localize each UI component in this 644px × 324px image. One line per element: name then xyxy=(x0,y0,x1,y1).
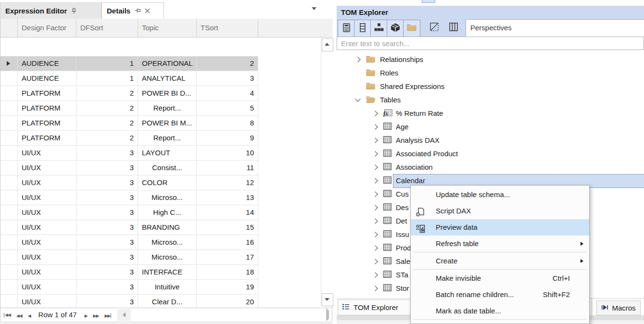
cell-topic[interactable]: Microso... xyxy=(138,190,197,205)
table-row[interactable]: PLATFORM2POWER BI M...8 xyxy=(0,116,321,131)
cell-filler[interactable] xyxy=(258,190,321,205)
cell-topic[interactable]: ANALYTICAL xyxy=(138,71,197,86)
close-icon[interactable] xyxy=(145,7,150,15)
tree-item-shared-expressions[interactable]: Shared Expressions xyxy=(337,80,644,93)
macros-button[interactable]: Macros xyxy=(596,300,641,315)
cell-design-factor[interactable]: PLATFORM xyxy=(18,116,76,131)
chevron-right-icon[interactable] xyxy=(372,272,378,277)
tree-item-tables[interactable]: Tables xyxy=(337,93,644,107)
cell-dfsort[interactable]: 1 xyxy=(76,56,138,71)
cell-filler[interactable] xyxy=(258,205,321,220)
row-selector[interactable] xyxy=(0,71,18,86)
table-row[interactable]: UI/UX3Microso...16 xyxy=(0,235,321,250)
cell-dfsort[interactable]: 3 xyxy=(76,280,138,295)
table-row[interactable]: UI/UX3LAYOUT10 xyxy=(0,146,321,161)
show-hierarchies-toggle[interactable] xyxy=(370,20,388,37)
cell-tsort[interactable]: 10 xyxy=(197,146,258,161)
menu-item-create[interactable]: Create xyxy=(411,253,589,269)
cell-tsort[interactable]: 19 xyxy=(197,280,258,295)
cell-design-factor[interactable]: UI/UX xyxy=(18,205,76,220)
column-layout-toggle[interactable] xyxy=(445,20,462,36)
chevron-right-icon[interactable] xyxy=(372,191,378,197)
table-row[interactable]: PLATFORM2POWER BI D...4 xyxy=(0,86,321,101)
cell-topic[interactable]: POWER BI D... xyxy=(138,86,197,101)
menu-item-preview-data[interactable]: Preview data xyxy=(411,219,589,236)
show-hidden-toggle[interactable] xyxy=(426,20,442,36)
cell-topic[interactable]: POWER BI M... xyxy=(138,116,197,131)
cell-topic[interactable]: Intuitive xyxy=(138,280,197,295)
table-row[interactable]: PLATFORM2Report...9 xyxy=(0,131,321,146)
cell-tsort[interactable]: 9 xyxy=(197,131,258,146)
nav-next-button[interactable]: ▶ xyxy=(85,313,88,318)
table-row[interactable]: UI/UX3Microso...13 xyxy=(0,190,321,205)
chevron-right-icon[interactable] xyxy=(372,124,378,129)
row-selector[interactable] xyxy=(0,146,18,161)
cell-dfsort[interactable]: 3 xyxy=(76,220,138,235)
cell-filler[interactable] xyxy=(258,146,321,161)
cell-dfsort[interactable]: 3 xyxy=(76,205,138,220)
cell-tsort[interactable]: 18 xyxy=(197,265,258,280)
hscroll-left-button[interactable] xyxy=(117,309,131,321)
cell-tsort[interactable]: 4 xyxy=(197,86,258,101)
perspectives-combo[interactable]: Perspectives xyxy=(466,19,644,37)
cell-dfsort[interactable]: 3 xyxy=(76,146,138,161)
tab-details[interactable]: Details xyxy=(101,2,164,19)
cell-filler[interactable] xyxy=(258,56,321,71)
cell-design-factor[interactable]: AUDIENCE xyxy=(18,56,76,71)
tree-item-relationships[interactable]: Relationships xyxy=(337,53,644,66)
row-selector[interactable] xyxy=(0,101,18,116)
cell-design-factor[interactable]: UI/UX xyxy=(18,161,76,175)
cell-filler[interactable] xyxy=(258,101,321,116)
cell-dfsort[interactable]: 3 xyxy=(76,161,138,175)
column-header-tsort[interactable]: TSort xyxy=(197,19,258,37)
row-selector[interactable] xyxy=(0,190,18,205)
column-header-dfsort[interactable]: DFSort xyxy=(76,19,138,37)
cell-tsort[interactable]: 3 xyxy=(197,71,258,86)
cell-dfsort[interactable]: 2 xyxy=(76,116,138,131)
scroll-up-button[interactable] xyxy=(322,38,333,51)
menu-item-mark-as-date-table[interactable]: Mark as date table... xyxy=(411,303,589,319)
cell-tsort[interactable]: 16 xyxy=(197,235,258,250)
nav-last-button[interactable]: ▶▶ xyxy=(104,313,112,318)
chevron-right-icon[interactable] xyxy=(355,57,360,62)
menu-item-update-table-schema[interactable]: Update table schema... xyxy=(411,187,589,203)
row-selector[interactable] xyxy=(0,131,18,146)
show-partitions-toggle[interactable] xyxy=(387,20,404,37)
column-header-selector[interactable] xyxy=(0,19,18,37)
tree-item-roles[interactable]: Roles xyxy=(337,66,644,80)
chevron-down-icon[interactable] xyxy=(355,96,360,101)
column-header-filler[interactable] xyxy=(258,19,333,37)
tree-item-analysis-dax[interactable]: Analysis DAX xyxy=(337,134,644,147)
menu-item-make-invisible[interactable]: Make invisibleCtrl+I xyxy=(411,270,589,287)
show-measures-toggle[interactable] xyxy=(338,20,355,37)
vertical-scrollbar[interactable] xyxy=(321,37,332,306)
table-row[interactable]: UI/UX3BRANDING15 xyxy=(0,220,321,235)
show-folders-toggle[interactable] xyxy=(403,20,420,37)
cell-tsort[interactable]: 12 xyxy=(197,175,258,190)
cell-filler[interactable] xyxy=(258,116,321,131)
cell-tsort[interactable]: 8 xyxy=(197,116,258,131)
cell-design-factor[interactable]: UI/UX xyxy=(18,146,76,161)
table-row[interactable]: UI/UX3Microso...17 xyxy=(0,250,321,265)
table-row[interactable]: UI/UX3Consist...11 xyxy=(0,161,321,175)
tab-list-dropdown-icon[interactable] xyxy=(312,7,316,10)
chevron-right-icon[interactable] xyxy=(372,232,378,237)
cell-topic[interactable]: LAYOUT xyxy=(138,146,197,161)
cell-dfsort[interactable]: 2 xyxy=(76,101,138,116)
cell-filler[interactable] xyxy=(258,86,321,101)
pin-icon[interactable] xyxy=(134,7,141,14)
cell-tsort[interactable]: 11 xyxy=(197,161,258,175)
table-row[interactable]: UI/UX3High C...14 xyxy=(0,205,321,220)
table-row[interactable]: UI/UX3COLOR12 xyxy=(0,175,321,190)
cell-tsort[interactable]: 14 xyxy=(197,205,258,220)
chevron-right-icon[interactable] xyxy=(372,137,378,143)
table-row[interactable]: PLATFORM2Report...5 xyxy=(0,101,321,116)
nav-prev-button[interactable]: ◀ xyxy=(28,313,31,318)
cell-design-factor[interactable]: UI/UX xyxy=(18,250,76,265)
cell-design-factor[interactable]: UI/UX xyxy=(18,280,76,295)
cell-tsort[interactable]: 13 xyxy=(197,190,258,205)
cell-filler[interactable] xyxy=(258,131,321,146)
menu-item-script-dax[interactable]: Script DAX xyxy=(411,203,589,219)
chevron-right-icon[interactable] xyxy=(372,164,378,170)
row-selector[interactable] xyxy=(0,161,18,175)
